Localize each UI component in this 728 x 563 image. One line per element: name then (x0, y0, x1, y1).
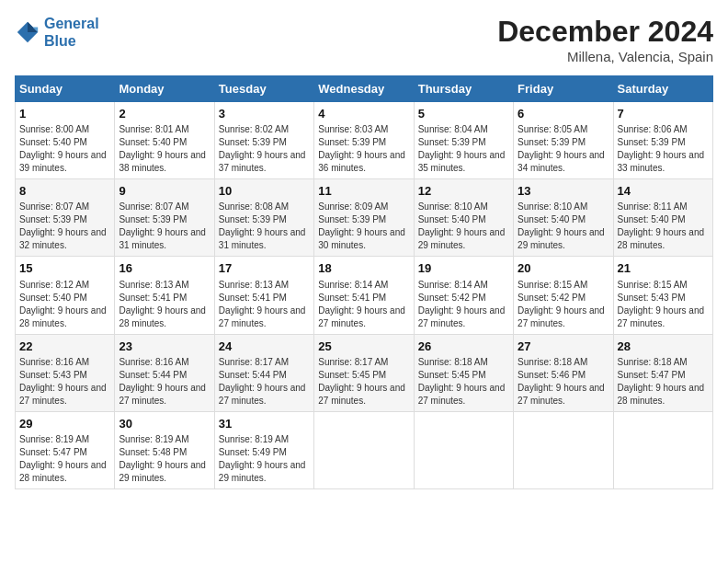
sunset: Sunset: 5:40 PM (19, 293, 87, 303)
daylight: Daylight: 9 hours and 27 minutes. (418, 305, 506, 328)
sunset: Sunset: 5:42 PM (518, 293, 586, 303)
sunset: Sunset: 5:42 PM (418, 293, 486, 303)
daylight: Daylight: 9 hours and 29 minutes. (518, 227, 605, 250)
sunset: Sunset: 5:49 PM (219, 447, 287, 457)
daylight: Daylight: 9 hours and 28 minutes. (19, 460, 107, 483)
day-number: 6 (518, 106, 609, 122)
calendar-week-1: 8Sunrise: 8:07 AMSunset: 5:39 PMDaylight… (16, 179, 713, 257)
sunrise: Sunrise: 8:12 AM (19, 280, 89, 290)
sunset: Sunset: 5:40 PM (618, 214, 686, 224)
daylight: Daylight: 9 hours and 35 minutes. (418, 150, 506, 173)
day-number: 31 (219, 416, 310, 432)
day-number: 10 (219, 183, 310, 200)
sunrise: Sunrise: 8:07 AM (19, 201, 89, 212)
sunset: Sunset: 5:39 PM (219, 137, 287, 147)
calendar-cell: 6Sunrise: 8:05 AMSunset: 5:39 PMDaylight… (514, 102, 613, 179)
day-number: 30 (119, 416, 210, 432)
calendar-cell: 12Sunrise: 8:10 AMSunset: 5:40 PMDayligh… (414, 179, 513, 257)
sunrise: Sunrise: 8:13 AM (119, 280, 188, 290)
daylight: Daylight: 9 hours and 31 minutes. (119, 227, 206, 250)
calendar-cell: 15Sunrise: 8:12 AMSunset: 5:40 PMDayligh… (16, 257, 115, 334)
day-number: 26 (418, 339, 509, 355)
daylight: Daylight: 9 hours and 39 minutes. (19, 150, 107, 173)
daylight: Daylight: 9 hours and 27 minutes. (418, 383, 506, 406)
sunset: Sunset: 5:44 PM (219, 370, 287, 380)
calendar-cell (514, 411, 613, 488)
calendar-cell: 1Sunrise: 8:00 AMSunset: 5:40 PMDaylight… (16, 102, 115, 179)
subtitle: Millena, Valencia, Spain (497, 49, 713, 64)
sunrise: Sunrise: 8:10 AM (418, 201, 488, 212)
sunrise: Sunrise: 8:07 AM (119, 201, 188, 212)
day-number: 1 (19, 106, 110, 122)
sunrise: Sunrise: 8:16 AM (119, 357, 188, 367)
header-row: Sunday Monday Tuesday Wednesday Thursday… (16, 76, 713, 102)
sunset: Sunset: 5:41 PM (219, 293, 287, 303)
day-number: 19 (418, 260, 509, 277)
sunset: Sunset: 5:40 PM (418, 214, 486, 224)
sunset: Sunset: 5:39 PM (19, 214, 87, 224)
sunrise: Sunrise: 8:10 AM (518, 201, 587, 212)
calendar-week-4: 29Sunrise: 8:19 AMSunset: 5:47 PMDayligh… (16, 411, 713, 488)
calendar-cell: 20Sunrise: 8:15 AMSunset: 5:42 PMDayligh… (514, 257, 613, 334)
calendar-cell: 28Sunrise: 8:18 AMSunset: 5:47 PMDayligh… (613, 334, 712, 411)
daylight: Daylight: 9 hours and 28 minutes. (618, 383, 705, 406)
sunset: Sunset: 5:39 PM (219, 214, 287, 224)
calendar-cell: 2Sunrise: 8:01 AMSunset: 5:40 PMDaylight… (115, 102, 214, 179)
calendar-cell: 16Sunrise: 8:13 AMSunset: 5:41 PMDayligh… (115, 257, 214, 334)
calendar-table: Sunday Monday Tuesday Wednesday Thursday… (15, 75, 713, 489)
day-number: 4 (318, 106, 409, 122)
sunset: Sunset: 5:39 PM (418, 137, 486, 147)
sunrise: Sunrise: 8:11 AM (618, 201, 688, 212)
col-tuesday: Tuesday (214, 76, 313, 102)
daylight: Daylight: 9 hours and 27 minutes. (618, 305, 705, 328)
daylight: Daylight: 9 hours and 28 minutes. (119, 305, 206, 328)
sunrise: Sunrise: 8:00 AM (19, 124, 89, 134)
calendar-cell: 11Sunrise: 8:09 AMSunset: 5:39 PMDayligh… (314, 179, 414, 257)
daylight: Daylight: 9 hours and 29 minutes. (119, 460, 206, 483)
calendar-week-0: 1Sunrise: 8:00 AMSunset: 5:40 PMDaylight… (16, 102, 713, 179)
daylight: Daylight: 9 hours and 27 minutes. (219, 305, 306, 328)
calendar-cell: 24Sunrise: 8:17 AMSunset: 5:44 PMDayligh… (214, 334, 313, 411)
calendar-header: Sunday Monday Tuesday Wednesday Thursday… (16, 76, 713, 102)
sunrise: Sunrise: 8:18 AM (618, 357, 688, 367)
calendar-cell: 10Sunrise: 8:08 AMSunset: 5:39 PMDayligh… (214, 179, 313, 257)
calendar-week-3: 22Sunrise: 8:16 AMSunset: 5:43 PMDayligh… (16, 334, 713, 411)
calendar-cell: 27Sunrise: 8:18 AMSunset: 5:46 PMDayligh… (514, 334, 613, 411)
daylight: Daylight: 9 hours and 27 minutes. (119, 383, 206, 406)
day-number: 21 (618, 260, 709, 277)
sunrise: Sunrise: 8:13 AM (219, 280, 289, 290)
day-number: 27 (518, 339, 609, 355)
daylight: Daylight: 9 hours and 28 minutes. (19, 305, 107, 328)
day-number: 12 (418, 183, 509, 200)
sunrise: Sunrise: 8:03 AM (318, 124, 388, 134)
sunset: Sunset: 5:39 PM (119, 214, 187, 224)
sunset: Sunset: 5:43 PM (19, 370, 87, 380)
daylight: Daylight: 9 hours and 28 minutes. (618, 227, 705, 250)
sunrise: Sunrise: 8:17 AM (318, 357, 388, 367)
sunset: Sunset: 5:39 PM (318, 214, 386, 224)
day-number: 7 (618, 106, 709, 122)
calendar-cell: 31Sunrise: 8:19 AMSunset: 5:49 PMDayligh… (214, 411, 313, 488)
day-number: 17 (219, 260, 310, 277)
sunset: Sunset: 5:40 PM (19, 137, 87, 147)
daylight: Daylight: 9 hours and 29 minutes. (418, 227, 506, 250)
sunset: Sunset: 5:41 PM (318, 293, 386, 303)
col-thursday: Thursday (414, 76, 513, 102)
daylight: Daylight: 9 hours and 38 minutes. (119, 150, 206, 173)
calendar-cell: 25Sunrise: 8:17 AMSunset: 5:45 PMDayligh… (314, 334, 414, 411)
daylight: Daylight: 9 hours and 32 minutes. (19, 227, 107, 250)
sunrise: Sunrise: 8:19 AM (219, 434, 289, 444)
sunset: Sunset: 5:48 PM (119, 447, 187, 457)
col-wednesday: Wednesday (314, 76, 414, 102)
day-number: 24 (219, 339, 310, 355)
day-number: 2 (119, 106, 210, 122)
sunset: Sunset: 5:39 PM (318, 137, 386, 147)
calendar-cell: 30Sunrise: 8:19 AMSunset: 5:48 PMDayligh… (115, 411, 214, 488)
day-number: 29 (19, 416, 110, 432)
sunrise: Sunrise: 8:15 AM (518, 280, 587, 290)
day-number: 23 (119, 339, 210, 355)
day-number: 22 (19, 339, 110, 355)
calendar-cell: 23Sunrise: 8:16 AMSunset: 5:44 PMDayligh… (115, 334, 214, 411)
calendar-cell: 26Sunrise: 8:18 AMSunset: 5:45 PMDayligh… (414, 334, 513, 411)
sunrise: Sunrise: 8:18 AM (418, 357, 488, 367)
